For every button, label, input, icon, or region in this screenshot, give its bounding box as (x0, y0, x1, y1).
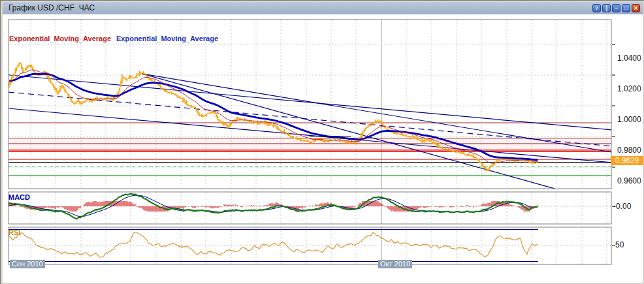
price-tick-label: 1.0200 (617, 84, 641, 93)
month-badge-september: Сен 2010 (10, 260, 45, 268)
month-badge-october: Окт 2010 (378, 260, 412, 268)
macd-zero-label: -0.00 (613, 202, 631, 211)
chart-client-area: Exponential_Moving_Average Exponential_M… (3, 14, 643, 283)
window-title: График USD /CHF ЧАС (8, 3, 95, 12)
rsi-fifty-label: 50 (615, 240, 624, 249)
price-tick-label: 1.0000 (617, 115, 641, 124)
price-tick-label: 1.0400 (617, 54, 641, 63)
price-tick-label: 0.9800 (617, 146, 641, 155)
maximize-button[interactable]: □ (622, 4, 630, 12)
help-button[interactable]: ? (592, 4, 601, 12)
pause-button[interactable]: ║ (602, 4, 611, 12)
legend-ema-fast[interactable]: Exponential_Moving_Average (9, 35, 111, 42)
close-button[interactable]: × (632, 4, 640, 12)
chart-canvas[interactable] (3, 14, 643, 283)
window-controls: ? ║ − □ × (592, 4, 640, 12)
chart-window: График USD /CHF ЧАС ? ║ − □ × Exponentia… (0, 0, 644, 284)
rsi-label: RSI (8, 229, 20, 236)
price-tick-label: 0.9600 (617, 176, 641, 185)
minimize-button[interactable]: − (612, 4, 620, 12)
macd-label: MACD (8, 193, 30, 201)
current-price-badge: 0.9629 (611, 156, 643, 165)
legend-ema-slow[interactable]: Exponential_Moving_Average (116, 35, 218, 42)
window-titlebar[interactable]: График USD /CHF ЧАС ? ║ − □ × (3, 2, 643, 15)
